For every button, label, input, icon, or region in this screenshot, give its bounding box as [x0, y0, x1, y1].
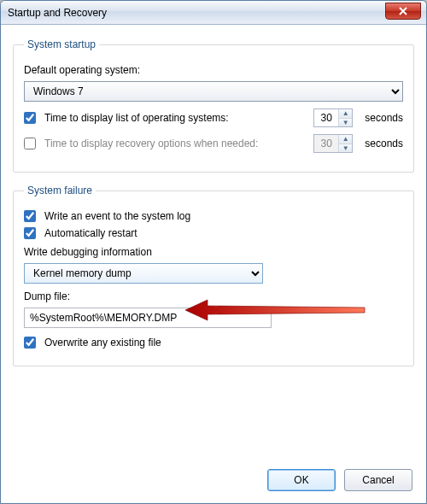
- overwrite-checkbox[interactable]: [24, 337, 36, 349]
- system-startup-legend: System startup: [24, 38, 99, 50]
- write-event-checkbox[interactable]: [24, 210, 36, 222]
- client-area: System startup Default operating system:…: [1, 25, 426, 503]
- window-title: Startup and Recovery: [6, 7, 107, 19]
- spinner-up-icon: ▲: [339, 135, 352, 144]
- spinner-down-icon: ▼: [339, 144, 352, 152]
- spinner: ▲ ▼: [338, 135, 352, 152]
- display-recovery-seconds: ▲ ▼: [313, 134, 353, 153]
- cancel-button[interactable]: Cancel: [344, 469, 412, 491]
- debug-info-select[interactable]: Kernel memory dump: [24, 263, 263, 284]
- spinner-up-icon[interactable]: ▲: [339, 109, 352, 118]
- close-button[interactable]: [385, 3, 421, 20]
- system-failure-group: System failure Write an event to the sys…: [13, 185, 414, 366]
- display-recovery-seconds-input: [314, 135, 338, 152]
- system-startup-group: System startup Default operating system:…: [13, 38, 414, 173]
- close-icon: [399, 7, 407, 15]
- ok-button[interactable]: OK: [267, 469, 336, 491]
- spinner-down-icon[interactable]: ▼: [339, 118, 352, 126]
- spinner[interactable]: ▲ ▼: [338, 109, 352, 126]
- button-bar: OK Cancel: [267, 469, 412, 491]
- display-os-list-label: Time to display list of operating system…: [44, 112, 229, 124]
- auto-restart-checkbox[interactable]: [24, 227, 36, 239]
- display-recovery-checkbox[interactable]: [24, 138, 36, 149]
- titlebar[interactable]: Startup and Recovery: [1, 1, 426, 25]
- display-recovery-label: Time to display recovery options when ne…: [44, 138, 258, 149]
- startup-recovery-window: Startup and Recovery System startup Defa…: [0, 0, 427, 504]
- system-failure-legend: System failure: [24, 185, 96, 196]
- seconds-unit-label: seconds: [365, 138, 403, 149]
- default-os-label: Default operating system:: [24, 64, 140, 76]
- seconds-unit-label: seconds: [365, 112, 403, 124]
- overwrite-label: Overwrite any existing file: [44, 337, 161, 349]
- auto-restart-label: Automatically restart: [44, 227, 137, 239]
- display-os-list-seconds[interactable]: ▲ ▼: [313, 108, 353, 127]
- display-os-list-checkbox[interactable]: [24, 112, 36, 124]
- write-event-label: Write an event to the system log: [44, 210, 190, 222]
- debug-info-label: Write debugging information: [24, 246, 403, 258]
- dump-file-input[interactable]: [24, 308, 272, 328]
- default-os-select[interactable]: Windows 7: [24, 81, 403, 102]
- dump-file-label: Dump file:: [24, 290, 403, 302]
- display-os-list-seconds-input[interactable]: [314, 109, 338, 126]
